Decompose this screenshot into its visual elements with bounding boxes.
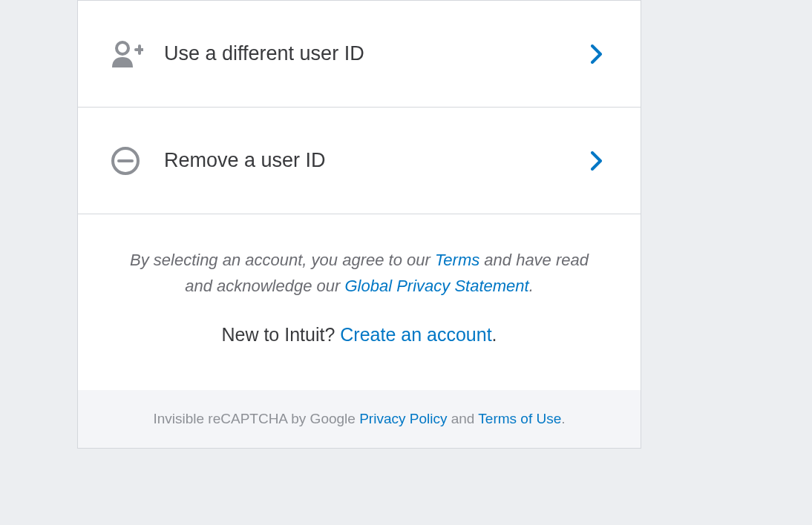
terms-link[interactable]: Terms <box>435 251 479 269</box>
global-privacy-statement-link[interactable]: Global Privacy Statement <box>344 277 528 295</box>
new-suffix: . <box>492 324 497 345</box>
recaptcha-footer: Invisible reCAPTCHA by Google Privacy Po… <box>78 390 641 448</box>
recaptcha-terms-of-use-link[interactable]: Terms of Use <box>478 411 561 426</box>
footer-middle: and <box>447 411 478 426</box>
option-label: Remove a user ID <box>164 149 586 172</box>
chevron-right-icon <box>586 44 608 64</box>
circle-minus-icon <box>111 146 143 176</box>
create-account-link[interactable]: Create an account <box>340 324 491 345</box>
recaptcha-privacy-policy-link[interactable]: Privacy Policy <box>359 411 447 426</box>
footer-prefix: Invisible reCAPTCHA by Google <box>153 411 359 426</box>
terms-text: By selecting an account, you agree to ou… <box>122 247 596 299</box>
terms-prefix: By selecting an account, you agree to ou… <box>130 251 435 269</box>
terms-section: By selecting an account, you agree to ou… <box>78 214 641 390</box>
svg-point-0 <box>117 42 128 54</box>
new-to-intuit-row: New to Intuit? Create an account. <box>122 324 596 346</box>
terms-suffix: . <box>529 277 534 295</box>
use-different-user-id-row[interactable]: Use a different user ID <box>78 1 641 108</box>
option-label: Use a different user ID <box>164 42 586 65</box>
remove-user-id-row[interactable]: Remove a user ID <box>78 108 641 214</box>
user-plus-icon <box>111 39 143 69</box>
new-prefix: New to Intuit? <box>221 324 340 345</box>
footer-suffix: . <box>561 411 565 426</box>
chevron-right-icon <box>586 151 608 171</box>
account-options-card: Use a different user ID Remove a user ID… <box>77 0 641 449</box>
